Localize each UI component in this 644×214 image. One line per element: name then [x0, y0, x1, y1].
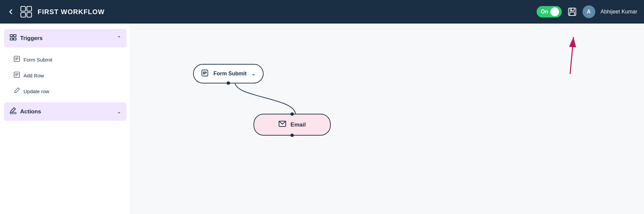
- workflow-toggle[interactable]: On: [537, 6, 561, 17]
- svg-rect-1: [27, 6, 32, 11]
- triggers-chevron-icon: ⌃: [117, 35, 121, 41]
- actions-section-header[interactable]: Actions ⌄: [4, 102, 127, 121]
- actions-section-icon: [9, 107, 17, 116]
- main-content: Triggers ⌃ Form Submit: [0, 24, 644, 214]
- toggle-switch-knob: [550, 7, 559, 16]
- user-name: Abhijeet Kumar: [601, 9, 637, 15]
- actions-chevron-icon: ⌄: [117, 108, 121, 115]
- actions-section-left: Actions: [9, 107, 41, 116]
- actions-section-title: Actions: [20, 108, 41, 115]
- email-node-connector-dot-top: [290, 112, 294, 116]
- svg-rect-20: [10, 112, 16, 114]
- update-row-label: Update row: [24, 88, 49, 94]
- form-submit-node-label: Form Submit: [214, 71, 247, 77]
- svg-rect-5: [570, 8, 574, 11]
- form-submit-node-icon: [201, 69, 209, 78]
- svg-rect-8: [10, 35, 13, 37]
- svg-rect-2: [21, 12, 26, 17]
- workflow-canvas[interactable]: Form Submit ⌄ Email: [131, 24, 644, 214]
- sidebar-item-form-submit[interactable]: Form Submit: [9, 52, 127, 67]
- toggle-label: On: [541, 9, 548, 15]
- back-button[interactable]: [7, 8, 15, 16]
- connector-svg: [131, 24, 644, 214]
- svg-rect-9: [13, 35, 16, 37]
- form-submit-node[interactable]: Form Submit ⌄: [193, 64, 264, 83]
- form-submit-node-chevron: ⌄: [251, 71, 256, 76]
- update-row-icon: [13, 87, 20, 96]
- form-submit-node-connector-dot: [227, 81, 230, 85]
- triggers-section-left: Triggers: [9, 34, 43, 43]
- triggers-section-title: Triggers: [20, 35, 43, 42]
- svg-rect-6: [570, 12, 574, 15]
- triggers-items: Form Submit Add Row: [4, 51, 127, 99]
- triggers-section-header[interactable]: Triggers ⌃: [4, 29, 127, 47]
- trigger-section-icon: [9, 34, 17, 43]
- annotation-arrow: [503, 34, 577, 77]
- svg-rect-11: [13, 38, 16, 40]
- save-button[interactable]: [567, 7, 577, 17]
- header: FIRST WORKFLOW On A Abhijeet Kumar: [0, 0, 644, 24]
- sidebar-item-add-row[interactable]: Add Row: [9, 68, 127, 83]
- add-row-label: Add Row: [24, 73, 44, 78]
- sidebar: Triggers ⌃ Form Submit: [0, 24, 131, 214]
- avatar: A: [583, 5, 595, 18]
- email-node-label: Email: [290, 121, 306, 128]
- svg-rect-3: [27, 12, 32, 17]
- svg-line-27: [570, 37, 573, 74]
- page-title: FIRST WORKFLOW: [38, 8, 532, 16]
- email-node-icon: [278, 120, 286, 130]
- sidebar-item-update-row[interactable]: Update row: [9, 84, 127, 99]
- form-submit-icon: [13, 56, 20, 64]
- svg-rect-0: [21, 6, 26, 11]
- email-node-connector-dot-bottom: [290, 134, 294, 137]
- logo-icon: [19, 5, 33, 19]
- add-row-icon: [13, 71, 20, 80]
- form-submit-label: Form Submit: [24, 57, 52, 63]
- svg-rect-10: [10, 38, 13, 40]
- email-node[interactable]: Email: [254, 114, 331, 136]
- header-right: On A Abhijeet Kumar: [537, 5, 637, 18]
